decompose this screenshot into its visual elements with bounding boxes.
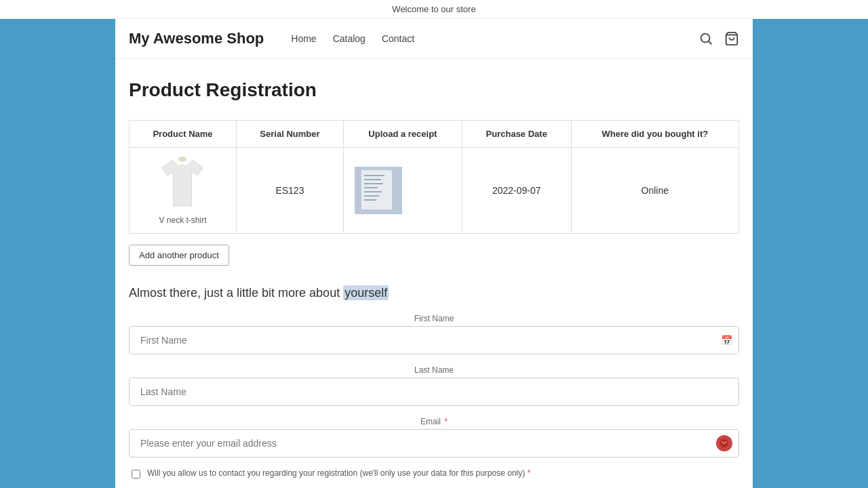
email-input[interactable] (129, 429, 739, 458)
nav-home[interactable]: Home (291, 33, 316, 44)
email-input-wrapper (129, 429, 739, 458)
page-title: Product Registration (129, 79, 739, 101)
page-body: Product Registration Product Name Serial… (115, 59, 753, 488)
svg-rect-8 (364, 175, 384, 176)
col-product-name: Product Name (130, 121, 237, 148)
product-image (162, 156, 203, 210)
store-logo[interactable]: My Awesome Shop (129, 30, 264, 47)
svg-rect-13 (364, 195, 379, 197)
contact-checkbox-row: Will you allow us to contact you regardi… (129, 468, 739, 479)
first-name-input[interactable] (129, 326, 739, 354)
table-row: V neck t-shirt ES123 (130, 148, 739, 234)
cell-where-bought: Online (571, 148, 738, 234)
first-name-input-wrapper: 📅 (129, 326, 739, 354)
svg-line-1 (709, 41, 711, 44)
col-upload-receipt: Upload a receipt (343, 121, 462, 148)
cell-purchase-date: 2022-09-07 (462, 148, 571, 234)
contact-checkbox[interactable] (132, 470, 140, 479)
product-table: Product Name Serial Number Upload a rece… (129, 120, 739, 234)
svg-rect-9 (364, 179, 381, 180)
calendar-icon: 📅 (721, 335, 732, 346)
first-name-group: First Name 📅 (129, 314, 739, 354)
add-product-button[interactable]: Add another product (129, 245, 229, 266)
svg-rect-12 (364, 191, 382, 192)
store-banner: Welcome to our store (0, 0, 868, 19)
last-name-input-wrapper (129, 378, 739, 406)
cell-serial-number: ES123 (236, 148, 343, 234)
cell-receipt (343, 148, 462, 234)
email-group: Email * (129, 417, 739, 458)
page-wrapper: Welcome to our store My Awesome Shop Hom… (0, 0, 868, 488)
first-name-label: First Name (129, 314, 739, 323)
main-content-area: My Awesome Shop Home Catalog Contact (115, 19, 753, 488)
contact-checkbox-label: Will you allow us to contact you regardi… (147, 468, 530, 478)
cell-product-name: V neck t-shirt (130, 148, 237, 234)
last-name-input[interactable] (129, 378, 739, 406)
nav-links: Home Catalog Contact (291, 33, 698, 44)
svg-rect-11 (364, 187, 378, 188)
nav-icons (698, 31, 739, 46)
nav-catalog[interactable]: Catalog (333, 33, 366, 44)
product-image-cell: V neck t-shirt (140, 156, 225, 225)
last-name-label: Last Name (129, 365, 739, 375)
svg-marker-3 (162, 160, 203, 206)
svg-point-0 (701, 34, 710, 43)
svg-point-5 (178, 157, 186, 162)
col-serial-number: Serial Number (236, 121, 343, 148)
email-icon (716, 435, 732, 451)
search-icon[interactable] (698, 31, 713, 46)
section-subtitle: Almost there, just a little bit more abo… (129, 286, 739, 300)
email-label: Email * (129, 417, 739, 426)
nav-contact[interactable]: Contact (382, 33, 414, 44)
cart-icon[interactable] (724, 31, 739, 46)
receipt-image (355, 167, 402, 214)
svg-rect-14 (364, 199, 376, 201)
col-purchase-date: Purchase Date (462, 121, 571, 148)
banner-text: Welcome to our store (392, 4, 475, 14)
svg-rect-10 (364, 183, 383, 184)
navbar: My Awesome Shop Home Catalog Contact (115, 19, 753, 59)
product-name-label: V neck t-shirt (159, 216, 206, 225)
last-name-group: Last Name (129, 365, 739, 406)
col-where-bought: Where did you bought it? (571, 121, 738, 148)
